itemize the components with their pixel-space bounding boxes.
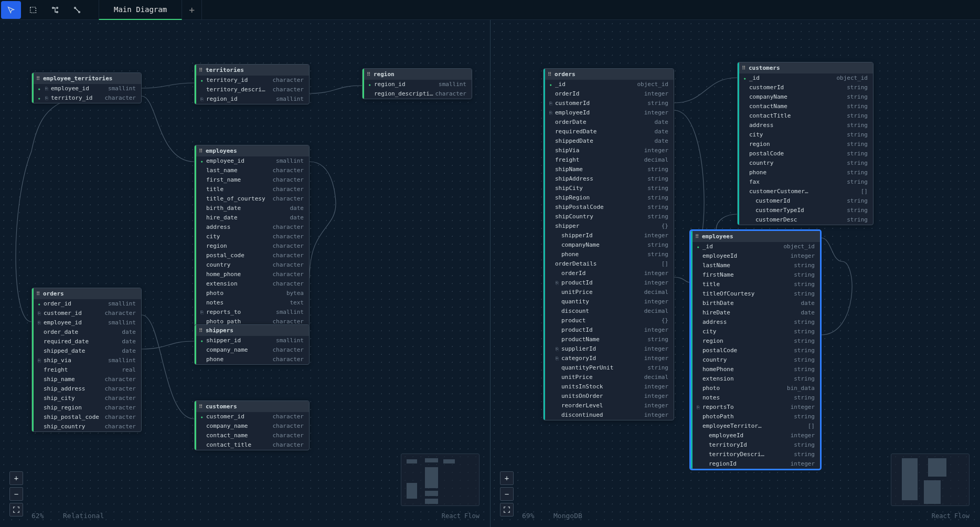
field-row[interactable]: customerCustomer…[] [738, 187, 873, 196]
fit-view-button[interactable] [500, 503, 514, 517]
field-row[interactable]: product{} [544, 316, 674, 325]
field-row[interactable]: ⬥_idobject_id [738, 73, 873, 83]
field-row[interactable]: quantityinteger [544, 297, 674, 307]
field-row[interactable]: orderDetails[] [544, 259, 674, 269]
field-row[interactable]: phonecharacter [195, 355, 309, 364]
field-row[interactable]: photobytea [195, 289, 309, 298]
field-row[interactable]: shippedDatedate [544, 136, 674, 146]
select-tool[interactable] [23, 1, 43, 19]
field-row[interactable]: ship_postal_codecharacter [32, 413, 141, 422]
field-row[interactable]: postalCodestring [691, 346, 820, 355]
field-row[interactable]: customerIdstring [738, 196, 873, 206]
field-row[interactable]: ⬥territory_idcharacter [195, 76, 309, 85]
field-row[interactable]: employeeIdinteger [691, 251, 820, 261]
field-row[interactable]: discontinuedinteger [544, 410, 674, 420]
table-header[interactable]: shippers [195, 325, 309, 336]
field-row[interactable]: addressstring [691, 318, 820, 327]
field-row[interactable]: ⎘employeeIdinteger [544, 108, 674, 118]
field-row[interactable]: birth_datedate [195, 204, 309, 213]
field-row[interactable]: ⬥_idobject_id [691, 242, 820, 251]
field-row[interactable]: shipperIdinteger [544, 231, 674, 240]
field-row[interactable]: shipPostalCodestring [544, 203, 674, 212]
field-row[interactable]: unitPricedecimal [544, 373, 674, 382]
table-header[interactable]: employees [195, 145, 309, 156]
field-row[interactable]: last_namecharacter [195, 166, 309, 175]
table-node-shippers[interactable]: shippers⬥shipper_idsmallintcompany_namec… [194, 324, 310, 365]
table-header[interactable]: customers [738, 62, 873, 73]
fit-view-button[interactable] [9, 503, 23, 517]
field-row[interactable]: freightreal [32, 365, 141, 375]
table-node-m_customers[interactable]: customers⬥_idobject_idcustomerIdstringco… [737, 62, 874, 225]
field-row[interactable]: extensionstring [691, 374, 820, 384]
field-row[interactable]: citystring [738, 130, 873, 140]
field-row[interactable]: titlestring [691, 280, 820, 289]
field-row[interactable]: shipped_datedate [32, 346, 141, 356]
add-tab-button[interactable]: + [182, 0, 202, 20]
tab-main-diagram[interactable]: Main Diagram [99, 0, 182, 20]
field-row[interactable]: regioncharacter [195, 241, 309, 251]
field-row[interactable]: notestext [195, 298, 309, 308]
table-header[interactable]: employee_territories [32, 73, 141, 84]
relation-tool[interactable] [67, 1, 87, 19]
field-row[interactable]: unitsInStockinteger [544, 382, 674, 392]
field-row[interactable]: ⎘region_idsmallint [195, 94, 309, 104]
field-row[interactable]: ⬥order_idsmallint [32, 299, 141, 309]
zoom-out-button[interactable]: − [9, 487, 23, 501]
field-row[interactable]: homePhonestring [691, 365, 820, 374]
minimap[interactable] [401, 454, 480, 506]
field-row[interactable]: productNamestring [544, 335, 674, 344]
field-row[interactable]: countrystring [691, 355, 820, 365]
field-row[interactable]: discountdecimal [544, 307, 674, 316]
field-row[interactable]: shipRegionstring [544, 193, 674, 203]
field-row[interactable]: shipAddressstring [544, 174, 674, 184]
field-row[interactable]: freightdecimal [544, 155, 674, 165]
field-row[interactable]: title_of_courtesycharacter [195, 194, 309, 204]
field-row[interactable]: shipCountrystring [544, 212, 674, 222]
field-row[interactable]: phonestring [738, 168, 873, 177]
field-row[interactable]: shipCitystring [544, 184, 674, 193]
field-row[interactable]: contact_titlecharacter [195, 440, 309, 450]
field-row[interactable]: titlecharacter [195, 185, 309, 194]
field-row[interactable]: firstNamestring [691, 270, 820, 280]
field-row[interactable]: shipNamestring [544, 165, 674, 174]
zoom-out-button[interactable]: − [500, 487, 514, 501]
field-row[interactable]: ⬥customer_idcharacter [195, 412, 309, 421]
field-row[interactable]: ⎘categoryIdinteger [544, 354, 674, 363]
field-row[interactable]: extensioncharacter [195, 279, 309, 289]
field-row[interactable]: ⬥employee_idsmallint [195, 156, 309, 166]
field-row[interactable]: notesstring [691, 393, 820, 403]
field-row[interactable]: territory_descri…character [195, 85, 309, 94]
field-row[interactable]: photobin_data [691, 384, 820, 393]
field-row[interactable]: companyNamestring [738, 92, 873, 102]
field-row[interactable]: ship_citycharacter [32, 394, 141, 403]
field-row[interactable]: employeeTerritor…[] [691, 421, 820, 431]
field-row[interactable]: ship_namecharacter [32, 375, 141, 384]
table-header[interactable]: employees [691, 231, 820, 242]
field-row[interactable]: region_descripti…character [363, 89, 472, 99]
field-row[interactable]: orderIdinteger [544, 269, 674, 278]
field-row[interactable]: company_namecharacter [195, 345, 309, 355]
field-row[interactable]: ⎘supplierIdinteger [544, 344, 674, 354]
field-row[interactable]: quantityPerUnitstring [544, 363, 674, 373]
table-node-territories[interactable]: territories⬥territory_idcharacterterrito… [194, 64, 310, 104]
field-row[interactable]: ⎘employee_idsmallint [32, 318, 141, 328]
field-row[interactable]: citystring [691, 327, 820, 336]
field-row[interactable]: countrystring [738, 159, 873, 168]
field-row[interactable]: postal_codecharacter [195, 251, 309, 260]
field-row[interactable]: addresscharacter [195, 223, 309, 232]
field-row[interactable]: customerDescstring [738, 215, 873, 225]
table-node-employee_territories[interactable]: employee_territories⬥⎘employee_idsmallin… [31, 72, 142, 103]
field-row[interactable]: ⬥⎘territory_idcharacter [32, 93, 141, 103]
field-row[interactable]: titleOfCourtesystring [691, 289, 820, 299]
field-row[interactable]: company_namecharacter [195, 421, 309, 431]
field-row[interactable]: employeeIdinteger [691, 431, 820, 440]
table-header[interactable]: orders [544, 69, 674, 80]
pointer-tool[interactable] [1, 1, 21, 19]
field-row[interactable]: shipper{} [544, 222, 674, 231]
field-row[interactable]: ⬥⎘employee_idsmallint [32, 84, 141, 93]
table-node-employees[interactable]: employees⬥employee_idsmallintlast_namech… [194, 145, 310, 327]
zoom-in-button[interactable]: + [9, 471, 23, 485]
field-row[interactable]: shipViainteger [544, 146, 674, 155]
field-row[interactable]: postalCodestring [738, 149, 873, 159]
field-row[interactable]: regionstring [738, 140, 873, 149]
